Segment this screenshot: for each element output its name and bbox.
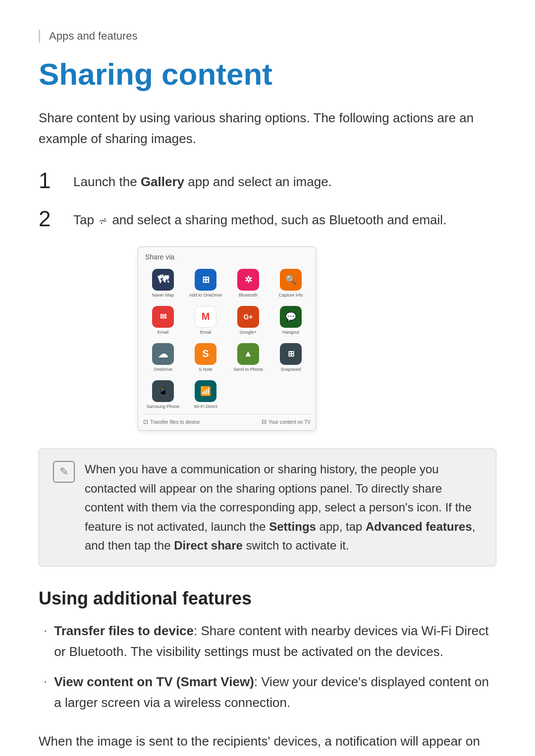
- note-pencil-icon: ✎: [53, 461, 75, 483]
- capture-icon: 🔍: [280, 269, 302, 291]
- gplus-label: Google+: [240, 330, 257, 335]
- bullet-dot-1: ·: [44, 621, 47, 640]
- gplus-icon: G+: [237, 306, 259, 328]
- step-1: 1 Launch the Gallery app and select an i…: [39, 169, 496, 193]
- share-app-empty2: [271, 377, 311, 411]
- steps-container: 1 Launch the Gallery app and select an i…: [39, 169, 496, 231]
- sendphone-label: Send to Phone: [233, 367, 263, 372]
- snapseed-icon: ⊞: [280, 343, 302, 365]
- share-app-wifidirect: 📶 Wi-Fi Direct: [186, 377, 225, 411]
- cloud-icon: ☁: [152, 343, 174, 365]
- email-label: Email: [158, 330, 169, 335]
- settings-bold: Settings: [269, 520, 316, 533]
- note-box: ✎ When you have a communication or shari…: [39, 449, 496, 566]
- share-footer-tv: ⊟ Your content on TV: [262, 418, 311, 425]
- share-footer-transfer: ⊡ Transfer files to device: [143, 418, 200, 425]
- closing-text: When the image is sent to the recipients…: [39, 731, 494, 756]
- breadcrumb: Apps and features: [39, 30, 496, 43]
- share-app-naver: 🗺 Naver Map: [143, 266, 183, 300]
- sendphone-icon: ▲: [237, 343, 259, 365]
- share-app-email: ✉ Email: [143, 303, 183, 337]
- bullet-text-2: View content on TV (Smart View): View yo…: [54, 672, 490, 713]
- bullet-2-bold: View content on TV (Smart View): [54, 674, 254, 689]
- transfer-icon: ⊡: [143, 418, 148, 425]
- share-app-hangout: 💬 Hangout: [271, 303, 311, 337]
- bullet-1-bold: Transfer files to device: [54, 623, 194, 638]
- share-app-sendphone: ▲ Send to Phone: [228, 340, 268, 374]
- share-grid: 🗺 Naver Map ⊞ Add to OneDrive ✲ Bluetoot…: [143, 266, 311, 411]
- page-title: Sharing content: [39, 57, 496, 91]
- gallery-bold: Gallery: [141, 174, 184, 189]
- share-panel: Share via 🗺 Naver Map ⊞ Add to OneDrive …: [138, 247, 316, 431]
- tv-icon: ⊟: [262, 418, 267, 425]
- share-panel-footer: ⊡ Transfer files to device ⊟ Your conten…: [143, 414, 311, 425]
- step-2-number: 2: [39, 207, 68, 231]
- note-text: When you have a communication or sharing…: [85, 460, 482, 555]
- step-1-text: Launch the Gallery app and select an ima…: [73, 169, 332, 193]
- share-app-samsungphone: 📱 Samsung Phone: [143, 377, 183, 411]
- share-app-gmail: M Email: [186, 303, 225, 337]
- bullet-item-1: · Transfer files to device: Share conten…: [44, 621, 496, 662]
- capture-label: Capture info: [278, 293, 303, 298]
- page-container: Apps and features Sharing content Share …: [0, 0, 535, 756]
- step-1-number: 1: [39, 169, 68, 193]
- snote-label: S Note: [199, 367, 213, 372]
- share-app-bluetooth: ✲ Bluetooth: [228, 266, 268, 300]
- hangout-icon: 💬: [280, 306, 302, 328]
- naver-icon: 🗺: [152, 269, 174, 291]
- share-app-snapseed: ⊞ Snapseed: [271, 340, 311, 374]
- share-icon: ⩫: [99, 212, 107, 229]
- tv-label: Your content on TV: [268, 419, 311, 425]
- bluetooth-icon: ✲: [237, 269, 259, 291]
- share-app-snote: S S Note: [186, 340, 225, 374]
- snote-icon: S: [195, 343, 216, 365]
- snapseed-label: Snapseed: [281, 367, 301, 372]
- direct-share-bold: Direct share: [174, 539, 243, 552]
- wifidirect-label: Wi-Fi Direct: [194, 404, 217, 409]
- samsungphone-icon: 📱: [152, 380, 174, 402]
- onedrive-label: Add to OneDrive: [189, 293, 222, 298]
- bullet-list: · Transfer files to device: Share conten…: [39, 621, 496, 713]
- samsungphone-label: Samsung Phone: [147, 404, 180, 409]
- cloud-label: OneDrive: [154, 367, 172, 372]
- naver-label: Naver Map: [152, 293, 174, 298]
- step-2-text: Tap ⩫ and select a sharing method, such …: [73, 207, 446, 231]
- transfer-label: Transfer files to device: [150, 419, 200, 425]
- onedrive-icon: ⊞: [195, 269, 216, 291]
- bullet-text-1: Transfer files to device: Share content …: [54, 621, 490, 662]
- share-app-gplus: G+ Google+: [228, 303, 268, 337]
- bullet-item-2: · View content on TV (Smart View): View …: [44, 672, 496, 713]
- gmail-icon: M: [195, 306, 216, 328]
- wifidirect-icon: 📶: [195, 380, 216, 402]
- share-app-empty1: [228, 377, 268, 411]
- share-app-capture: 🔍 Capture info: [271, 266, 311, 300]
- section-heading: Using additional features: [39, 588, 496, 609]
- share-app-onedrive: ⊞ Add to OneDrive: [186, 266, 225, 300]
- share-panel-wrapper: Share via 🗺 Naver Map ⊞ Add to OneDrive …: [138, 247, 496, 431]
- share-app-cloud: ☁ OneDrive: [143, 340, 183, 374]
- intro-text: Share content by using various sharing o…: [39, 108, 484, 149]
- gmail-label: Email: [200, 330, 212, 335]
- bullet-dot-2: ·: [44, 672, 47, 691]
- share-panel-title: Share via: [143, 253, 311, 261]
- hangout-label: Hangout: [282, 330, 299, 335]
- advanced-features-bold: Advanced features: [366, 520, 472, 533]
- bluetooth-label: Bluetooth: [239, 293, 258, 298]
- step-2: 2 Tap ⩫ and select a sharing method, suc…: [39, 207, 496, 231]
- email-icon: ✉: [152, 306, 174, 328]
